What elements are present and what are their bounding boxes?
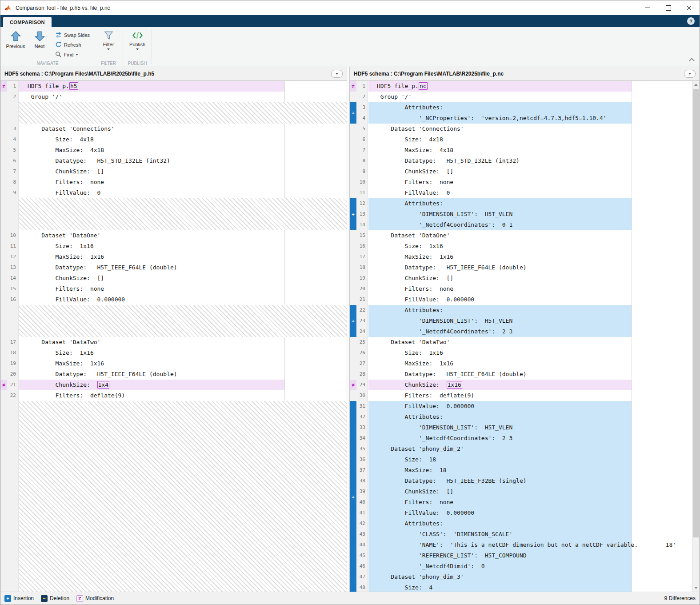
code-line[interactable]: Dataset 'phony_dim_2': [368, 444, 692, 454]
code-line[interactable]: Filters: deflate(9): [368, 390, 692, 401]
code-line[interactable]: Dataset 'phony_dim_3': [368, 572, 692, 582]
code-line[interactable]: Dataset 'DataOne': [368, 230, 692, 241]
code-line[interactable]: Size: 18: [368, 454, 692, 465]
code-line[interactable]: Dataset 'Connections': [19, 124, 347, 134]
code-line[interactable]: Filters: none: [368, 177, 692, 188]
code-line[interactable]: Datatype: H5T_IEEE_F32BE (single): [368, 476, 692, 486]
code-line[interactable]: Size: 4x18: [368, 134, 692, 145]
left-panel-menu-button[interactable]: [331, 70, 343, 78]
next-button[interactable]: Next: [28, 28, 52, 60]
scroll-down-button[interactable]: [692, 584, 700, 592]
code-line[interactable]: Datatype: H5T_IEEE_F64LE (double): [368, 262, 692, 273]
collapse-ribbon-button[interactable]: [687, 56, 696, 63]
code-line[interactable]: Group '/': [368, 92, 692, 102]
refresh-button[interactable]: Refresh: [55, 41, 90, 48]
code-line[interactable]: MaxSize: 4x18: [368, 145, 692, 156]
code-line[interactable]: Attributes:: [368, 412, 692, 422]
code-line[interactable]: 'DIMENSION_LIST': H5T_VLEN: [368, 316, 692, 326]
code-line[interactable]: Dataset 'DataTwo': [368, 337, 692, 348]
scroll-up-button[interactable]: [692, 81, 700, 88]
code-line[interactable]: Datatype: H5T_STD_I32LE (int32): [19, 156, 347, 166]
code-line[interactable]: 'DIMENSION_LIST': H5T_VLEN: [368, 422, 692, 433]
help-button[interactable]: ?: [687, 17, 695, 25]
chevron-down-icon: [136, 48, 139, 50]
code-line[interactable]: ChunkSize: []: [368, 486, 692, 497]
code-line[interactable]: ChunkSize: []: [19, 273, 347, 284]
code-line[interactable]: Datatype: H5T_IEEE_F64LE (double): [19, 262, 347, 273]
code-line[interactable]: HDF5 file_p.h5: [19, 81, 347, 92]
code-line[interactable]: MaxSize: 1x16: [368, 358, 692, 369]
publish-button[interactable]: Publish: [125, 28, 149, 60]
matlab-app-icon: [4, 4, 12, 12]
code-line[interactable]: FillValue: 0: [368, 188, 692, 198]
code-line[interactable]: Datatype: H5T_IEEE_F64LE (double): [19, 369, 347, 380]
code-line[interactable]: Attributes:: [368, 198, 692, 209]
code-line[interactable]: ChunkSize: 1x16: [368, 380, 692, 390]
code-line[interactable]: Attributes:: [368, 518, 692, 529]
code-line[interactable]: MaxSize: 18: [368, 465, 692, 476]
code-line[interactable]: MaxSize: 1x16: [368, 252, 692, 262]
tab-comparison[interactable]: COMPARISON: [3, 17, 52, 27]
close-button[interactable]: [679, 0, 700, 15]
code-line[interactable]: Size: 1x16: [19, 241, 347, 252]
code-line[interactable]: '_NCProperties': 'version=2,netcdf=4.7.3…: [368, 113, 692, 124]
code-line[interactable]: ChunkSize: []: [19, 166, 347, 177]
filter-button[interactable]: Filter: [96, 28, 120, 60]
previous-button[interactable]: Previous: [4, 28, 28, 60]
line-number: 18: [360, 262, 365, 273]
line-number: 7: [13, 166, 16, 177]
right-line-number-column: 1234567891011121314151617181920212223242…: [356, 81, 368, 592]
code-line[interactable]: '_Netcdf4Coordinates': 0 1: [368, 220, 692, 230]
code-line[interactable]: FillValue: 0.000000: [19, 294, 347, 305]
left-code-content: HDF5 file_p.h5 Group '/' Dataset 'Connec…: [19, 81, 347, 592]
code-line[interactable]: ChunkSize: []: [368, 166, 692, 177]
code-line[interactable]: Filters: none: [19, 177, 347, 188]
swap-sides-icon: [55, 32, 62, 38]
code-line[interactable]: 'REFERENCE_LIST': H5T_COMPOUND: [368, 550, 692, 561]
code-line[interactable]: Size: 1x16: [368, 241, 692, 252]
code-line[interactable]: '_Netcdf4Dimid': 0: [368, 561, 692, 572]
code-line[interactable]: HDF5 file_p.nc: [368, 81, 692, 92]
code-line[interactable]: Datatype: H5T_STD_I32LE (int32): [368, 156, 692, 166]
code-line[interactable]: MaxSize: 1x16: [19, 252, 347, 262]
code-line[interactable]: ChunkSize: 1x4: [19, 380, 347, 390]
code-line[interactable]: Size: 1x16: [19, 348, 347, 358]
code-line[interactable]: Dataset 'DataTwo': [19, 337, 347, 348]
line-number: 15: [360, 230, 365, 241]
code-line[interactable]: Dataset 'DataOne': [19, 230, 347, 241]
code-line[interactable]: FillValue: 0.000000: [368, 401, 692, 412]
line-number: 39: [360, 486, 365, 497]
code-line[interactable]: 'CLASS': 'DIMENSION_SCALE': [368, 529, 692, 540]
maximize-button[interactable]: [658, 0, 679, 15]
code-line[interactable]: Size: 4x18: [19, 134, 347, 145]
code-line[interactable]: Filters: none: [19, 284, 347, 294]
code-line[interactable]: Filters: none: [368, 497, 692, 508]
code-line[interactable]: Attributes:: [368, 102, 692, 113]
swap-sides-button[interactable]: Swap Sides: [55, 31, 90, 39]
code-line[interactable]: Size: 1x16: [368, 348, 692, 358]
minimize-button[interactable]: [637, 0, 658, 15]
code-line[interactable]: FillValue: 0.000000: [368, 508, 692, 518]
code-line[interactable]: Size: 4: [368, 582, 692, 592]
code-line[interactable]: FillValue: 0: [19, 188, 347, 198]
find-button[interactable]: Find: [55, 51, 90, 58]
code-line[interactable]: Attributes:: [368, 305, 692, 316]
code-line[interactable]: MaxSize: 4x18: [19, 145, 347, 156]
code-line[interactable]: Datatype: H5T_IEEE_F64LE (double): [368, 369, 692, 380]
right-panel-menu-button[interactable]: [684, 70, 696, 78]
code-line[interactable]: 'NAME': 'This is a netCDF dimension but …: [368, 540, 692, 550]
code-line[interactable]: Filters: none: [368, 284, 692, 294]
code-line[interactable]: 'DIMENSION_LIST': H5T_VLEN: [368, 209, 692, 220]
code-line[interactable]: '_Netcdf4Coordinates': 2 3: [368, 433, 692, 444]
code-line[interactable]: FillValue: 0.000000: [368, 294, 692, 305]
code-line[interactable]: ChunkSize: []: [368, 273, 692, 284]
line-number: 6: [13, 156, 16, 166]
code-line[interactable]: Dataset 'Connections': [368, 124, 692, 134]
code-line[interactable]: '_Netcdf4Coordinates': 2 3: [368, 326, 692, 337]
code-line[interactable]: MaxSize: 1x16: [19, 358, 347, 369]
line-number: 18: [10, 348, 16, 358]
code-line[interactable]: Filters: deflate(9): [19, 390, 347, 401]
vertical-scrollbar[interactable]: [692, 81, 700, 592]
scrollbar-thumb[interactable]: [693, 89, 699, 537]
code-line[interactable]: Group '/': [19, 92, 347, 102]
